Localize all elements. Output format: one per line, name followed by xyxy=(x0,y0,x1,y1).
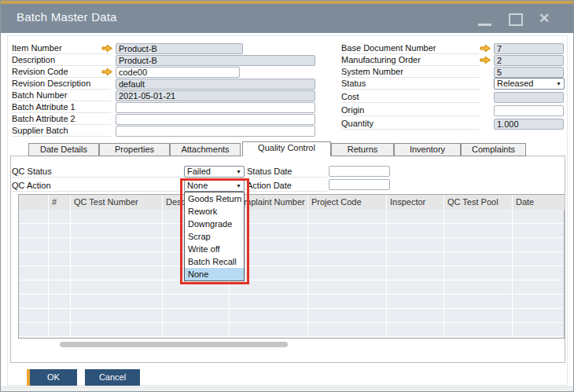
table-row[interactable] xyxy=(19,323,564,337)
table-cell xyxy=(230,323,308,336)
revision-description-field[interactable] xyxy=(116,79,315,90)
horizontal-scrollbar[interactable] xyxy=(60,342,288,347)
table-cell xyxy=(387,210,444,223)
table-cell xyxy=(444,252,513,266)
base-document-number-field[interactable] xyxy=(494,43,564,54)
table-cell xyxy=(308,224,387,237)
tab-properties[interactable]: Properties xyxy=(99,143,170,156)
tab-attachments[interactable]: Attachments xyxy=(170,143,241,156)
batch-attribute-1-field[interactable] xyxy=(116,102,315,113)
table-cell xyxy=(387,280,444,294)
table-cell xyxy=(49,252,71,266)
status-date-field[interactable] xyxy=(329,166,390,177)
table-cell xyxy=(49,309,71,322)
dropdown-option-selected[interactable]: None xyxy=(185,268,244,280)
table-cell xyxy=(49,238,71,251)
table-row[interactable] xyxy=(19,295,564,309)
batch-attribute-2-field[interactable] xyxy=(116,114,315,125)
tab-quality-control[interactable]: Quality Control xyxy=(242,141,331,156)
link-arrow-icon[interactable] xyxy=(101,68,113,76)
maximize-icon[interactable] xyxy=(509,13,523,26)
table-cell xyxy=(444,309,513,322)
table-row[interactable] xyxy=(19,266,564,280)
status-dropdown[interactable]: Released ▼ xyxy=(494,78,565,90)
action-date-field[interactable] xyxy=(329,179,390,190)
origin-label: Origin xyxy=(341,105,480,116)
revision-code-field[interactable] xyxy=(116,67,240,78)
table-cell xyxy=(230,295,308,308)
table-cell xyxy=(444,238,513,251)
cost-field[interactable] xyxy=(494,92,564,103)
batch-number-field[interactable] xyxy=(116,90,315,101)
item-number-field[interactable] xyxy=(116,43,243,54)
qc-action-options-popup: Goods Return Rework Downgrade Scrap Writ… xyxy=(184,192,245,281)
table-row[interactable] xyxy=(19,210,564,224)
description-label: Description xyxy=(12,55,111,66)
table-row[interactable] xyxy=(19,309,564,323)
close-icon[interactable]: ✕ xyxy=(539,10,550,27)
dropdown-option[interactable]: Goods Return xyxy=(185,192,244,205)
dropdown-option[interactable]: Scrap xyxy=(185,230,244,243)
tab-complaints[interactable]: Complaints xyxy=(461,143,526,156)
cancel-button[interactable]: Cancel xyxy=(85,369,140,386)
dropdown-option[interactable]: Write off xyxy=(185,243,244,255)
origin-field[interactable] xyxy=(494,105,564,116)
revision-description-label: Revision Description xyxy=(12,79,111,90)
table-cell xyxy=(444,295,513,308)
table-header-row: # QC Test Number Description Complaint N… xyxy=(19,195,564,210)
chevron-down-icon: ▼ xyxy=(236,167,241,177)
table-cell xyxy=(308,323,387,336)
col-number: # xyxy=(49,195,71,210)
qc-action-value: None xyxy=(187,181,208,191)
link-arrow-icon[interactable] xyxy=(480,44,491,53)
table-body xyxy=(19,210,564,337)
minimize-icon[interactable] xyxy=(478,24,491,26)
col-inspector: Inspector xyxy=(387,195,444,210)
table-cell xyxy=(49,295,71,308)
chevron-down-icon: ▼ xyxy=(236,181,241,191)
table-row[interactable] xyxy=(19,252,564,266)
system-number-field[interactable] xyxy=(494,67,564,78)
supplier-batch-field[interactable] xyxy=(116,126,315,137)
table-cell xyxy=(513,252,565,266)
table-cell xyxy=(19,323,49,336)
table-row[interactable] xyxy=(19,280,564,295)
table-cell xyxy=(19,280,49,294)
table-cell xyxy=(19,295,49,308)
col-qc-test-number: QC Test Number xyxy=(71,195,163,210)
manufacturing-order-field[interactable] xyxy=(494,55,564,66)
table-cell xyxy=(49,210,71,223)
table-cell xyxy=(444,323,513,336)
qc-status-dropdown[interactable]: Failed ▼ xyxy=(184,166,245,178)
table-cell xyxy=(19,309,49,322)
ok-button[interactable]: OK xyxy=(27,369,77,386)
table-cell xyxy=(444,280,513,294)
link-arrow-icon[interactable] xyxy=(480,56,491,64)
col-project-code: Project Code xyxy=(308,195,387,210)
window-bottom-edge xyxy=(1,387,574,392)
table-row[interactable] xyxy=(19,238,564,252)
table-cell xyxy=(19,266,49,280)
col-date: Date xyxy=(513,195,565,210)
table-row[interactable] xyxy=(19,224,564,238)
table-cell xyxy=(163,323,230,336)
qc-action-dropdown[interactable]: None ▼ xyxy=(184,180,245,192)
quantity-field[interactable] xyxy=(494,119,564,130)
dropdown-option[interactable]: Batch Recall xyxy=(185,255,244,268)
description-field[interactable] xyxy=(116,55,315,66)
cost-label: Cost xyxy=(341,92,480,103)
table-cell xyxy=(308,210,387,223)
item-number-label: Item Number xyxy=(12,43,111,54)
tab-returns[interactable]: Returns xyxy=(331,143,394,156)
link-arrow-icon[interactable] xyxy=(101,44,113,53)
dropdown-option[interactable]: Downgrade xyxy=(185,218,244,230)
table-cell xyxy=(387,252,444,266)
status-dropdown-value: Released xyxy=(497,79,533,89)
table-cell xyxy=(513,280,565,294)
titlebar[interactable]: Batch Master Data ✕ xyxy=(1,4,574,33)
status-date-label: Status Date xyxy=(247,167,327,178)
dropdown-option[interactable]: Rework xyxy=(185,205,244,218)
table-cell xyxy=(230,280,308,294)
tab-inventory[interactable]: Inventory xyxy=(394,143,461,156)
tab-date-details[interactable]: Date Details xyxy=(28,143,99,156)
